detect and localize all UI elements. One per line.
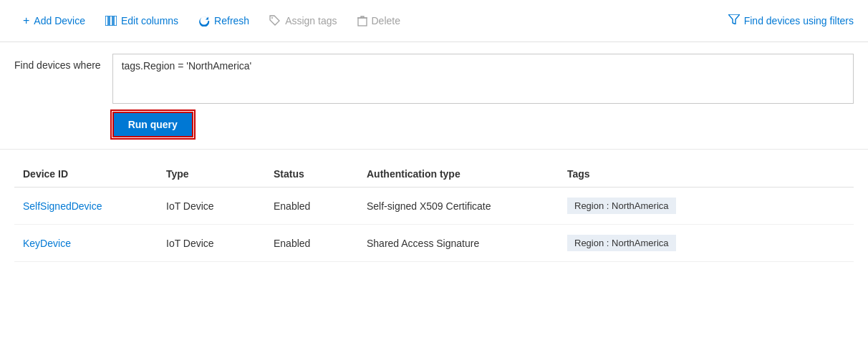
cell-status: Enabled [265,188,358,225]
filter-icon [728,14,740,27]
add-icon: + [23,14,29,27]
refresh-button[interactable]: Refresh [190,11,258,31]
toolbar: + Add Device Edit columns Refresh [0,0,868,42]
run-query-wrapper: Run query [112,112,854,137]
tag-icon [269,15,281,26]
add-device-button[interactable]: + Add Device [14,10,94,31]
svg-rect-2 [114,16,117,26]
columns-icon [105,16,117,26]
svg-rect-4 [358,18,367,26]
col-header-status: Status [265,161,358,188]
cell-type: IoT Device [158,225,265,262]
svg-rect-1 [110,16,112,26]
toolbar-left: + Add Device Edit columns Refresh [14,10,723,31]
cell-tags: Region : NorthAmerica [559,225,854,262]
devices-table: Device ID Type Status Authentication typ… [14,161,854,262]
filter-input-area: tags.Region = 'NorthAmerica' Run query [112,54,854,137]
svg-point-3 [271,17,273,19]
tag-badge: Region : NorthAmerica [567,198,676,214]
results-section: Device ID Type Status Authentication typ… [0,150,868,262]
delete-icon [357,15,367,26]
table-row: KeyDeviceIoT DeviceEnabledShared Access … [14,225,854,262]
device-id-link[interactable]: KeyDevice [23,238,71,249]
assign-tags-button[interactable]: Assign tags [261,11,345,31]
edit-columns-button[interactable]: Edit columns [97,11,187,31]
cell-status: Enabled [265,225,358,262]
filter-section: Find devices where tags.Region = 'NorthA… [0,42,868,150]
col-header-tags: Tags [559,161,854,188]
cell-type: IoT Device [158,188,265,225]
device-id-link[interactable]: SelfSignedDevice [23,200,102,212]
cell-auth-type: Shared Access Signature [358,225,559,262]
filter-query-input[interactable]: tags.Region = 'NorthAmerica' [112,54,854,104]
cell-auth-type: Self-signed X509 Certificate [358,188,559,225]
table-header-row: Device ID Type Status Authentication typ… [14,161,854,188]
refresh-icon [198,15,210,26]
cell-device-id: KeyDevice [14,225,158,262]
find-devices-button[interactable]: Find devices using filters [728,14,854,27]
col-header-type: Type [158,161,265,188]
cell-tags: Region : NorthAmerica [559,188,854,225]
filter-label: Find devices where [14,54,101,71]
cell-device-id: SelfSignedDevice [14,188,158,225]
col-header-device-id: Device ID [14,161,158,188]
col-header-auth-type: Authentication type [358,161,559,188]
run-query-button[interactable]: Run query [112,112,193,137]
table-row: SelfSignedDeviceIoT DeviceEnabledSelf-si… [14,188,854,225]
tag-badge: Region : NorthAmerica [567,235,676,251]
delete-button[interactable]: Delete [349,11,409,31]
svg-rect-0 [105,16,108,26]
